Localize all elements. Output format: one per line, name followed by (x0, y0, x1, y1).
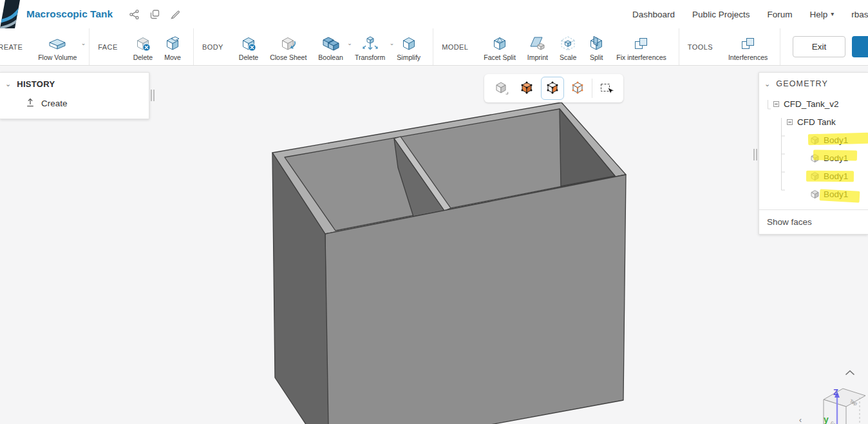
tool-split[interactable]: Split (582, 33, 610, 61)
tree-node-root[interactable]: CFD_Tank_v2 (759, 95, 868, 113)
nav-username[interactable]: rbasu (851, 10, 868, 19)
toolbar-section-create: CREATEFlow Volume⌄ (0, 28, 90, 65)
facet-split-icon (491, 35, 508, 53)
collapse-icon[interactable] (773, 101, 779, 107)
tool-flow-volume[interactable]: Flow Volume⌄ (32, 33, 82, 61)
tool-scale[interactable]: Scale (554, 33, 582, 61)
box-select-mode-button[interactable] (595, 77, 618, 100)
tool-label: Scale (560, 53, 576, 61)
tool-label: Transform (355, 53, 385, 61)
toolbar-separator (592, 79, 592, 98)
fix-interferences-icon (633, 35, 650, 53)
top-nav: Dashboard Public Projects Forum Help ▾ r… (632, 10, 868, 19)
tool-label: Imprint (527, 53, 548, 61)
delete-body-icon (240, 35, 257, 53)
geometry-tree: CFD_Tank_v2 CFD Tank Body1Body1Body1Body… (759, 93, 868, 209)
select-vertex-icon (570, 81, 585, 96)
select-vertex-mode-button[interactable] (566, 77, 589, 100)
imprint-icon (529, 35, 546, 53)
y-axis-label: y (824, 414, 829, 424)
tree-node-body-3[interactable]: Body1 (759, 167, 868, 185)
tank-model[interactable] (0, 66, 868, 424)
nav-public-projects[interactable]: Public Projects (692, 10, 750, 19)
collapse-icon[interactable] (787, 119, 793, 125)
section-label: MODEL (442, 43, 468, 51)
tool-label: Facet Split (484, 53, 516, 61)
tool-close-sheet[interactable]: Close Sheet (264, 33, 312, 61)
history-header[interactable]: ⌄ HISTORY (0, 73, 149, 94)
chevron-down-icon: ⌄ (764, 81, 770, 88)
tool-move[interactable]: Move (158, 33, 187, 61)
tool-transform[interactable]: Transform⌄ (349, 33, 391, 61)
chevron-up-icon[interactable] (840, 366, 860, 379)
tool-interferences[interactable]: Interferences (722, 33, 773, 61)
nav-forum[interactable]: Forum (767, 10, 792, 19)
project-title: Macroscopic Tank (26, 8, 113, 20)
viewport-3d[interactable]: ⌄ HISTORY Create ⌄ GEOMETRY (0, 66, 868, 424)
geometry-header[interactable]: ⌄ GEOMETRY (759, 73, 868, 93)
tree-node-body-1[interactable]: Body1 (759, 131, 868, 149)
tool-label: Flow Volume (38, 53, 77, 61)
move-face-icon (164, 35, 181, 53)
tool-simplify[interactable]: Simplify (391, 33, 426, 61)
upload-icon (26, 98, 35, 109)
tool-delete[interactable]: Delete (233, 33, 264, 61)
edit-icon[interactable] (171, 10, 180, 19)
tree-node-child[interactable]: CFD Tank (759, 113, 868, 131)
chevron-down-icon[interactable]: ⌄ (81, 40, 86, 46)
chevron-down-icon: ▾ (831, 10, 834, 17)
tree-node-body-2[interactable]: Body1 (759, 149, 868, 167)
transform-icon (361, 35, 379, 53)
tool-boolean[interactable]: Boolean⌄ (312, 33, 349, 61)
toolbar-section-body: BODYDeleteClose SheetBoolean⌄Transform⌄S… (194, 28, 433, 65)
toolbar-actions: Exit (793, 28, 868, 65)
boolean-icon (322, 35, 340, 53)
show-faces-button[interactable]: Show faces (759, 209, 868, 234)
simplify-icon (401, 35, 417, 53)
tool-label: Delete (239, 53, 258, 61)
section-label: FACE (98, 43, 117, 51)
delete-face-icon (135, 35, 151, 53)
app-logo-icon (0, 0, 20, 28)
tool-imprint[interactable]: Imprint (522, 33, 554, 61)
select-body-mode-button[interactable] (515, 77, 538, 100)
tool-fix-interferences[interactable]: Fix interferences (610, 33, 672, 61)
history-title: HISTORY (17, 79, 55, 89)
toolbar-section-tools: TOOLSInterferences (679, 28, 780, 65)
tool-label: Close Sheet (270, 53, 307, 61)
body-label: Body1 (824, 189, 848, 199)
tool-label: Boolean (318, 53, 343, 61)
close-sheet-icon (280, 35, 297, 53)
history-resize-handle[interactable] (151, 90, 155, 101)
tool-label: Move (164, 53, 181, 61)
cad-toolbar: CREATEFlow Volume⌄FACEDeleteMoveBODYDele… (0, 28, 868, 66)
geometry-title: GEOMETRY (776, 79, 828, 88)
nav-help[interactable]: Help ▾ (809, 10, 834, 19)
geometry-resize-handle[interactable] (753, 149, 757, 160)
primary-action-button-clipped[interactable] (852, 36, 868, 57)
tree-node-body-4[interactable]: Body1 (759, 185, 868, 203)
tool-facet-split[interactable]: Facet Split (478, 33, 522, 61)
select-none-mode-button[interactable] (489, 77, 513, 100)
body-cube-icon (810, 153, 820, 163)
body-label: Body1 (824, 135, 848, 145)
tank-inner-right-wall (560, 109, 615, 186)
scale-icon (560, 35, 576, 53)
share-icon[interactable] (129, 10, 139, 19)
select-face-mode-button[interactable] (541, 77, 564, 100)
body-label: Body1 (824, 171, 848, 181)
orientation-view-cube[interactable]: Top Front Z y ‹ (794, 385, 868, 424)
section-label: BODY (202, 43, 223, 51)
select-body-icon (519, 81, 534, 96)
nav-dashboard[interactable]: Dashboard (632, 10, 675, 19)
history-item-create[interactable]: Create (0, 94, 149, 119)
duplicate-icon[interactable] (150, 10, 160, 19)
exit-button[interactable]: Exit (793, 36, 845, 57)
select-none-icon (493, 81, 509, 96)
rotate-left-icon: ‹ (799, 416, 802, 424)
box-select-icon (599, 81, 614, 96)
body-cube-icon (810, 171, 820, 181)
tool-label: Simplify (397, 53, 420, 61)
tool-delete[interactable]: Delete (127, 33, 158, 61)
z-axis-label: Z (833, 387, 838, 397)
